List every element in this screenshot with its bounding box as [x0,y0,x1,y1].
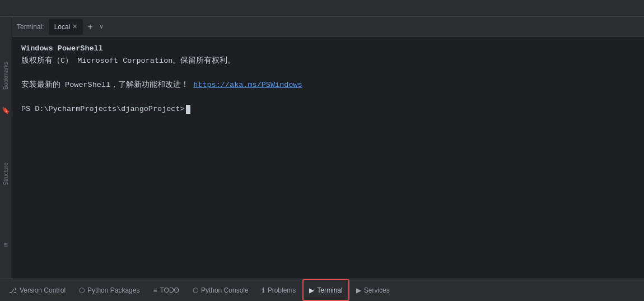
python-packages-icon: ⬡ [79,286,85,294]
python-console-label: Python Console [201,286,249,294]
left-sidebar: Bookmarks 🔖 Structure ⊞ [0,17,12,279]
terminal-label: Terminal: [17,23,44,31]
prompt-text: PS D:\PycharmProjects\djangoProject> [21,103,185,115]
terminal-bottom-label: Terminal [317,286,342,294]
bookmarks-label[interactable]: Bookmarks [3,62,9,90]
bottom-tab-todo[interactable]: ≡ TODO [146,279,185,301]
terminal-tab-name: Local [54,23,71,31]
top-bar [0,0,644,17]
terminal-line-2: 版权所有（C） Microsoft Corporation。保留所有权利。 [21,55,635,67]
terminal-line-3: 安装最新的 PowerShell，了解新功能和改进！ https://aka.m… [21,79,635,91]
bottom-tab-terminal[interactable]: ▶ Terminal [302,279,349,301]
todo-label: TODO [160,286,179,294]
terminal-content[interactable]: Windows PowerShell 版权所有（C） Microsoft Cor… [12,37,644,279]
terminal-tab-bar: Terminal: Local ✕ + ∨ [12,17,644,37]
python-console-icon: ⬡ [193,286,198,294]
dropdown-button[interactable]: ∨ [97,23,106,30]
bottom-tab-problems[interactable]: ℹ Problems [255,279,303,301]
grid-icon: ⊞ [4,241,8,248]
powershell-link[interactable]: https://aka.ms/PSWindows [193,81,302,89]
terminal-local-tab[interactable]: Local ✕ [49,19,83,35]
services-label: Services [364,286,390,294]
terminal-icon: ▶ [309,286,314,294]
terminal-empty-2 [21,91,635,103]
bottom-bar: ⎇ Version Control ⬡ Python Packages ≡ TO… [0,279,644,301]
terminal-tab-close[interactable]: ✕ [72,23,77,30]
bottom-tab-version-control[interactable]: ⎇ Version Control [2,279,72,301]
main-area: Terminal: Local ✕ + ∨ Windows PowerShell… [12,17,644,279]
problems-icon: ℹ [262,286,265,294]
problems-label: Problems [268,286,296,294]
terminal-cursor [186,105,190,114]
terminal-line-1: Windows PowerShell [21,43,635,55]
terminal-empty-1 [21,67,635,79]
bottom-tab-python-console[interactable]: ⬡ Python Console [186,279,255,301]
bottom-tab-python-packages[interactable]: ⬡ Python Packages [72,279,146,301]
version-control-icon: ⎇ [9,286,17,294]
bottom-tab-services[interactable]: ▶ Services [349,279,396,301]
add-tab-button[interactable]: + [85,22,95,31]
todo-icon: ≡ [153,286,157,294]
structure-label[interactable]: Structure [3,163,9,186]
services-icon: ▶ [356,286,361,294]
bookmark-icon: 🔖 [2,106,10,115]
terminal-prompt: PS D:\PycharmProjects\djangoProject> [21,103,635,115]
version-control-label: Version Control [20,286,66,294]
python-packages-label: Python Packages [87,286,139,294]
